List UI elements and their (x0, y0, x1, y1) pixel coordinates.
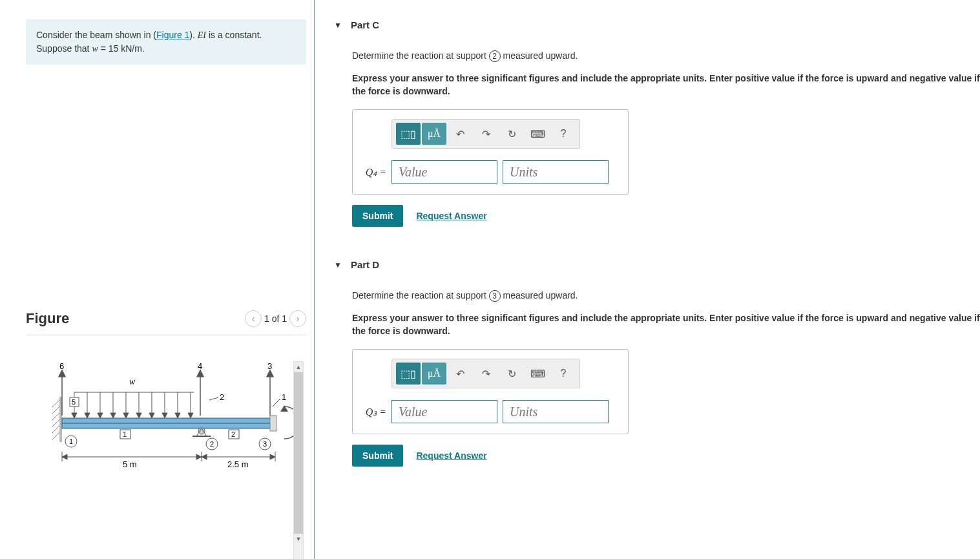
svg-marker-21 (136, 413, 141, 418)
problem-statement: Consider the beam shown in (Figure 1). E… (26, 19, 306, 65)
problem-text: . (142, 43, 145, 54)
svg-marker-11 (72, 413, 77, 418)
svg-marker-29 (188, 413, 193, 418)
pager-prev-button[interactable]: ‹ (245, 310, 262, 327)
redo-button[interactable]: ↷ (474, 363, 498, 385)
collapse-caret-icon: ▼ (334, 21, 342, 30)
svg-marker-64 (62, 454, 67, 459)
undo-button[interactable]: ↶ (448, 363, 472, 385)
ei-var: EI (198, 30, 206, 40)
svg-line-2 (52, 413, 59, 421)
svg-line-1 (52, 406, 59, 414)
svg-line-42 (209, 397, 218, 400)
figure-pager: ‹ 1 of 1 › (245, 310, 306, 327)
part-c-header[interactable]: ▼ Part C (334, 19, 980, 30)
svg-text:3: 3 (263, 440, 267, 448)
svg-text:5: 5 (72, 398, 76, 406)
svg-marker-15 (98, 413, 103, 418)
svg-marker-31 (59, 370, 65, 377)
greek-button[interactable]: μÅ (422, 123, 446, 145)
units-input[interactable] (503, 160, 609, 184)
keyboard-button[interactable]: ⌨ (525, 363, 550, 385)
svg-text:2: 2 (231, 430, 235, 438)
svg-text:1: 1 (282, 392, 286, 402)
pager-label: 1 of 1 (264, 313, 287, 324)
figure-divider (26, 335, 306, 335)
svg-line-3 (52, 419, 59, 427)
svg-text:2.5 m: 2.5 m (227, 459, 249, 469)
svg-marker-19 (123, 413, 129, 418)
svg-marker-35 (267, 370, 273, 377)
svg-text:3: 3 (267, 361, 272, 371)
help-button[interactable]: ? (551, 363, 576, 385)
svg-text:1: 1 (123, 430, 127, 438)
templates-button[interactable]: ⬚▯ (396, 123, 421, 145)
q4-label: Q₄ = (360, 166, 386, 178)
request-answer-link[interactable]: Request Answer (416, 211, 486, 221)
unit-text: kN/m (121, 43, 142, 54)
value-input[interactable] (391, 160, 497, 184)
svg-line-5 (52, 432, 59, 440)
part-c-title: Part C (351, 19, 379, 30)
problem-text: ). (189, 30, 197, 40)
part-d-answer-box: ⬚▯ μÅ ↶ ↷ ↻ ⌨ ? Q₃ = (352, 349, 629, 434)
svg-line-4 (52, 426, 59, 434)
load-w-label: w (129, 377, 136, 386)
reset-button[interactable]: ↻ (499, 363, 524, 385)
svg-text:4: 4 (198, 361, 202, 371)
svg-rect-49 (270, 416, 276, 431)
figure-viewport: w 6 4 3 5 2 (26, 361, 306, 559)
part-c-prompt: Determine the reaction at support 2 meas… (352, 50, 980, 63)
support-2-icon: 2 (489, 50, 501, 62)
units-input[interactable] (503, 400, 609, 423)
submit-button[interactable]: Submit (352, 445, 403, 467)
submit-button[interactable]: Submit (352, 205, 403, 227)
value-input[interactable] (391, 400, 497, 423)
keyboard-button[interactable]: ⌨ (525, 123, 550, 145)
problem-text: Consider the beam shown in ( (36, 30, 156, 40)
beam-diagram: w 6 4 3 5 2 (39, 361, 297, 490)
svg-marker-25 (162, 413, 167, 418)
part-c-hint: Express your answer to three significant… (352, 72, 980, 98)
scroll-up-button[interactable]: ▲ (294, 362, 303, 372)
part-d-prompt: Determine the reaction at support 3 meas… (352, 290, 980, 302)
scroll-thumb[interactable] (294, 372, 303, 534)
svg-marker-45 (280, 405, 288, 412)
svg-text:6: 6 (59, 361, 64, 371)
svg-marker-65 (196, 454, 202, 459)
support-3-icon: 3 (489, 290, 501, 302)
part-d-title: Part D (351, 259, 379, 270)
collapse-caret-icon: ▼ (334, 260, 342, 269)
right-panel: ▼ Part C Determine the reaction at suppo… (315, 0, 980, 559)
answer-toolbar: ⬚▯ μÅ ↶ ↷ ↻ ⌨ ? (391, 119, 580, 149)
redo-button[interactable]: ↷ (474, 123, 498, 145)
figure-title: Figure (26, 310, 69, 327)
svg-marker-23 (149, 413, 154, 418)
svg-text:1: 1 (69, 438, 73, 445)
svg-marker-17 (110, 413, 116, 418)
part-c-answer-box: ⬚▯ μÅ ↶ ↷ ↻ ⌨ ? Q₄ = (352, 109, 629, 195)
figure-scrollbar[interactable]: ▲ ▼ (293, 361, 304, 559)
svg-marker-67 (202, 454, 207, 459)
help-button[interactable]: ? (551, 123, 576, 145)
part-d-header[interactable]: ▼ Part D (334, 259, 980, 270)
figure-section: Figure ‹ 1 of 1 › (26, 310, 306, 559)
svg-text:2: 2 (210, 440, 214, 448)
w-var: w (92, 44, 98, 54)
pager-next-button[interactable]: › (289, 310, 306, 327)
scroll-down-button[interactable]: ▼ (294, 534, 303, 544)
undo-button[interactable]: ↶ (448, 123, 472, 145)
figure-link[interactable]: Figure 1 (156, 30, 189, 40)
request-answer-link[interactable]: Request Answer (416, 450, 486, 461)
reset-button[interactable]: ↻ (499, 123, 524, 145)
part-d: ▼ Part D Determine the reaction at suppo… (334, 259, 980, 467)
svg-marker-27 (175, 413, 180, 418)
svg-text:2: 2 (220, 392, 224, 402)
svg-marker-33 (197, 370, 203, 377)
greek-button[interactable]: μÅ (422, 363, 446, 385)
svg-marker-13 (85, 413, 90, 418)
problem-text: = 15 (98, 43, 121, 54)
svg-text:5 m: 5 m (123, 459, 137, 469)
answer-toolbar: ⬚▯ μÅ ↶ ↷ ↻ ⌨ ? (391, 359, 580, 388)
templates-button[interactable]: ⬚▯ (396, 363, 421, 385)
